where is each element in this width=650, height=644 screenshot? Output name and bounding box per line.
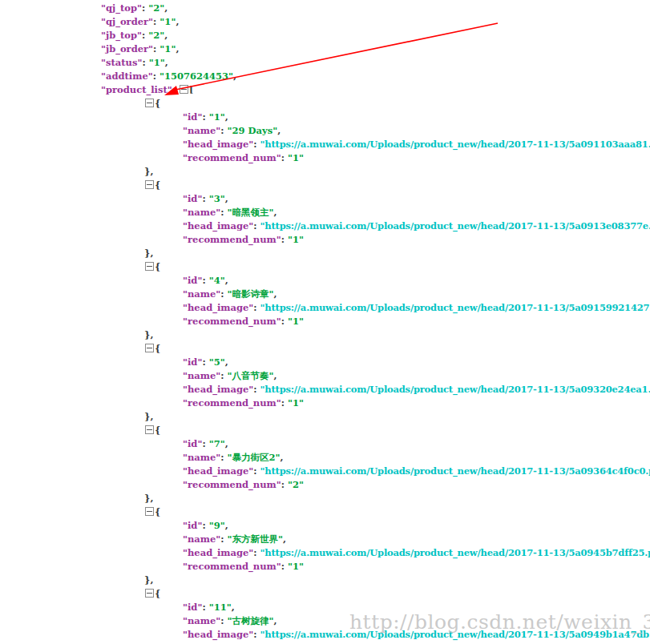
json-key: recommend_num [183, 479, 281, 490]
json-key: name [183, 125, 220, 136]
product-item: { id: 3, name: 暗黑领主, head_image: https:/… [0, 179, 650, 260]
json-line-object-close: }, [0, 492, 650, 505]
json-key: recommend_num [183, 152, 281, 163]
collapse-minus-icon[interactable] [145, 589, 154, 598]
collapse-minus-icon[interactable] [145, 99, 154, 107]
json-value: 1 [288, 561, 304, 572]
colon: : [253, 547, 260, 558]
json-line-recommend_num: recommend_num: 1 [0, 151, 650, 165]
json-value: 暴力街区2 [228, 452, 281, 463]
json-key: addtime [101, 70, 153, 82]
json-line-id: id: 5, [0, 356, 650, 369]
colon: : [281, 397, 288, 409]
comma: , [281, 452, 284, 463]
product-item: { id: 7, name: 暴力街区2, head_image: https:… [0, 424, 650, 505]
json-line-recommend_num: recommend_num: 1 [0, 315, 650, 328]
json-line-product_list: product_list: [ [0, 83, 650, 97]
json-value: 1 [288, 397, 304, 409]
json-key: qj_order [101, 16, 153, 27]
json-line-id: id: 4, [0, 274, 650, 288]
json-line-jb_order: jb_order: 1, [0, 42, 650, 56]
json-value: 暗影诗章 [228, 288, 274, 300]
json-line-jb_top: jb_top: 2, [0, 29, 650, 42]
json-line-recommend_num: recommend_num: 1 [0, 560, 650, 574]
colon: : [281, 234, 288, 245]
colon: : [220, 288, 227, 300]
json-value: 东方新世界 [228, 533, 284, 545]
json-key: product_list [101, 84, 172, 95]
json-key: name [183, 370, 220, 381]
json-value: 古树旋律 [228, 615, 274, 626]
json-line-qj_order: qj_order: 1, [0, 15, 650, 29]
collapse-minus-icon[interactable] [145, 507, 154, 516]
json-value: 八音节奏 [228, 370, 274, 381]
colon: : [220, 207, 227, 218]
json-value: 4 [209, 275, 225, 286]
json-value: 29 Days [228, 125, 278, 136]
close-brace: }, [144, 493, 153, 504]
json-line-head_image: head_image: https://a.muwai.com/Uploads/… [0, 546, 650, 560]
comma: , [225, 111, 228, 123]
json-value: 1 [159, 43, 176, 54]
json-line-name: name: 东方新世界, [0, 533, 650, 546]
colon: : [253, 139, 260, 150]
json-line-object-close: }, [0, 165, 650, 179]
json-line-recommend_num: recommend_num: 1 [0, 233, 650, 247]
json-line-name: name: 暗影诗章, [0, 288, 650, 301]
colon: : [202, 438, 208, 449]
product-item: { id: 1, name: 29 Days, head_image: http… [0, 97, 650, 179]
colon: : [202, 356, 208, 368]
json-line-id: id: 3, [0, 192, 650, 206]
product-item: { id: 4, name: 暗影诗章, head_image: https:/… [0, 260, 650, 342]
colon: : [153, 70, 159, 82]
json-line-object-open: { [0, 179, 650, 192]
json-line-head_image: head_image: https://a.muwai.com/Uploads/… [0, 219, 650, 233]
json-value: 2 [288, 479, 304, 490]
json-line-object-close: }, [0, 247, 650, 260]
colon: : [202, 193, 208, 204]
json-line-object-open: { [0, 505, 650, 519]
open-brace: { [155, 261, 160, 272]
colon: : [220, 533, 227, 545]
json-line-id: id: 9, [0, 519, 650, 533]
comma: , [277, 125, 281, 136]
json-key: head_image [183, 220, 253, 231]
json-line-object-open: { [0, 342, 650, 356]
comma: , [283, 533, 286, 545]
json-line-head_image: head_image: https://a.muwai.com/Uploads/… [0, 138, 650, 151]
json-value: 2 [148, 2, 164, 14]
json-key: id [183, 275, 202, 286]
json-key: recommend_num [183, 316, 281, 327]
json-key: jb_top [101, 30, 142, 41]
comma: , [274, 370, 277, 381]
json-line-object-open: { [0, 97, 650, 111]
open-brace: { [155, 179, 160, 191]
json-key: id [183, 520, 202, 531]
colon: : [253, 384, 260, 395]
json-key: head_image [183, 629, 253, 640]
json-line-addtime: addtime: 1507624453, [0, 70, 650, 83]
json-value: 1 [209, 111, 225, 123]
open-brace: { [155, 343, 160, 354]
json-line-object-close: }, [0, 328, 650, 342]
json-key: head_image [183, 465, 253, 477]
json-url-value: https://a.muwai.com/Uploads/product_new/… [260, 465, 650, 477]
json-value: 2 [148, 30, 164, 41]
json-url-value: https://a.muwai.com/Uploads/product_new/… [260, 547, 650, 558]
comma: , [225, 520, 228, 531]
comma: , [225, 275, 228, 286]
collapse-minus-icon[interactable] [145, 262, 154, 271]
collapse-minus-icon[interactable] [145, 425, 154, 434]
json-line-name: name: 29 Days, [0, 124, 650, 138]
collapse-minus-icon[interactable] [145, 344, 154, 352]
comma: , [164, 2, 168, 14]
collapse-minus-icon[interactable] [145, 180, 154, 189]
colon: : [281, 561, 288, 572]
close-brace: }, [144, 411, 153, 422]
colon: : [281, 479, 288, 490]
collapse-minus-icon[interactable] [180, 85, 188, 94]
colon: : [281, 152, 288, 163]
json-value: 1 [149, 57, 165, 68]
open-brace: { [155, 506, 160, 517]
json-value: 1507624453 [159, 70, 233, 82]
